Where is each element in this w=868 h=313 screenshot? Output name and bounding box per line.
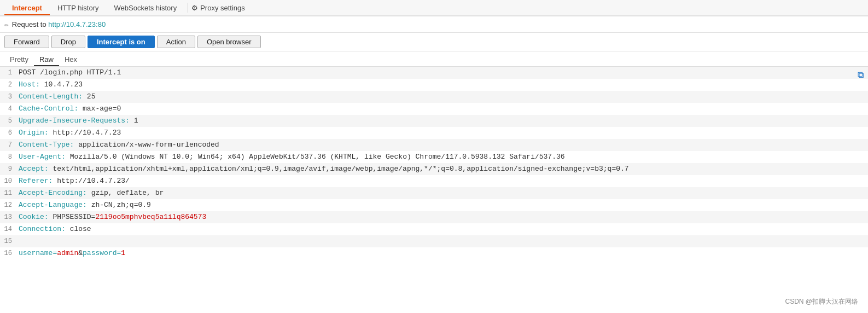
line-content[interactable]: Upgrade-Insecure-Requests: 1 — [16, 115, 868, 126]
table-row: 4Cache-Control: max-age=0 — [0, 103, 868, 115]
header-name: Cache-Control: — [19, 105, 78, 113]
header-name: Content-Length: — [19, 92, 83, 101]
table-row: 12Accept-Language: zh-CN,zh;q=0.9 — [0, 199, 868, 211]
line-content[interactable]: Referer: http://10.4.7.23/ — [16, 176, 868, 187]
line-content[interactable]: username=admin&password=1 — [16, 248, 868, 259]
table-row: 13Cookie: PHPSESSID=21l9oo5mphvbeq5a1ilq… — [0, 211, 868, 223]
tab-intercept[interactable]: Intercept — [4, 2, 50, 15]
line-number: 14 — [0, 224, 16, 235]
tab-websockets-history[interactable]: WebSockets history — [107, 2, 185, 15]
cookie-value: 21l9oo5mphvbeq5a1ilq864573 — [95, 213, 206, 221]
watermark: CSDN @扣脚大汉在网络 — [785, 297, 858, 306]
code-lines-container: 1POST /login.php HTTP/1.12Host: 10.4.7.2… — [0, 67, 868, 259]
line-content[interactable]: Host: 10.4.7.23 — [16, 79, 868, 90]
table-row: 11Accept-Encoding: gzip, deflate, br — [0, 187, 868, 199]
toolbar: Forward Drop Intercept is on Action Open… — [0, 33, 868, 51]
table-row: 10Referer: http://10.4.7.23/ — [0, 175, 868, 187]
table-row: 2Host: 10.4.7.23 — [0, 79, 868, 91]
table-row: 5Upgrade-Insecure-Requests: 1 — [0, 115, 868, 127]
line-content[interactable]: Connection: close — [16, 224, 868, 235]
table-row: 3Content-Length: 25 — [0, 91, 868, 103]
open-browser-button[interactable]: Open browser — [197, 36, 261, 48]
line-content[interactable]: Accept: text/html,application/xhtml+xml,… — [16, 164, 868, 175]
request-url: Request to http://10.4.7.23:80 — [12, 20, 106, 28]
line-number: 4 — [0, 103, 16, 114]
line-number: 10 — [0, 176, 16, 187]
line-number: 16 — [0, 248, 16, 259]
line-number: 1 — [0, 67, 16, 78]
header-name: Accept-Encoding: — [19, 189, 87, 197]
tab-http-history[interactable]: HTTP history — [50, 2, 107, 15]
intercept-button[interactable]: Intercept is on — [88, 36, 155, 48]
header-name: User-Agent: — [19, 153, 66, 161]
header-value: Mozilla/5.0 (Windows NT 10.0; Win64; x64… — [66, 153, 565, 161]
table-row: 7Content-Type: application/x-www-form-ur… — [0, 139, 868, 151]
line-number: 11 — [0, 188, 16, 199]
header-value: 25 — [83, 92, 95, 101]
header-value: application/x-www-form-urlencoded — [74, 141, 219, 149]
header-name: Upgrade-Insecure-Requests: — [19, 117, 130, 125]
line-content[interactable]: Accept-Encoding: gzip, deflate, br — [16, 188, 868, 199]
header-name: Origin: — [19, 129, 49, 137]
tab-pretty[interactable]: Pretty — [4, 54, 34, 66]
drop-button[interactable]: Drop — [51, 36, 85, 48]
tab-bar: Intercept HTTP history WebSockets histor… — [0, 0, 868, 16]
line-content[interactable]: User-Agent: Mozilla/5.0 (Windows NT 10.0… — [16, 152, 868, 163]
request-url-link[interactable]: http://10.4.7.23:80 — [48, 20, 106, 28]
header-name: Host: — [19, 80, 40, 89]
table-row: 15 — [0, 235, 868, 247]
line-number: 8 — [0, 152, 16, 163]
header-value: 1 — [130, 117, 138, 125]
request-bar: ✏ Request to http://10.4.7.23:80 — [0, 16, 868, 33]
line-number: 15 — [0, 236, 16, 247]
code-area: ⧉ 1POST /login.php HTTP/1.12Host: 10.4.7… — [0, 67, 868, 259]
gear-icon: ⚙ — [191, 4, 198, 12]
line-content[interactable]: Content-Type: application/x-www-form-url… — [16, 140, 868, 150]
table-row: 14Connection: close — [0, 223, 868, 235]
tab-hex[interactable]: Hex — [59, 54, 83, 66]
header-value: max-age=0 — [78, 105, 121, 113]
line-number: 6 — [0, 127, 16, 138]
proxy-settings-link[interactable]: ⚙ Proxy settings — [191, 4, 245, 12]
tab-raw[interactable]: Raw — [34, 54, 59, 66]
header-name: Cookie: — [19, 213, 49, 221]
header-name: Referer: — [19, 177, 53, 185]
header-value: text/html,application/xhtml+xml,applicat… — [49, 165, 629, 173]
line-number: 2 — [0, 79, 16, 90]
header-name: Content-Type: — [19, 141, 74, 149]
header-value: close — [66, 225, 91, 233]
line-content[interactable]: Content-Length: 25 — [16, 91, 868, 102]
header-value: http://10.4.7.23/ — [53, 177, 129, 185]
header-value: gzip, deflate, br — [87, 189, 164, 197]
line-number: 9 — [0, 164, 16, 175]
header-name: Accept: — [19, 165, 49, 173]
copy-icon[interactable]: ⧉ — [853, 67, 868, 84]
table-row: 9Accept: text/html,application/xhtml+xml… — [0, 163, 868, 175]
line-number: 3 — [0, 91, 16, 102]
line-number: 13 — [0, 212, 16, 223]
table-row: 8User-Agent: Mozilla/5.0 (Windows NT 10.… — [0, 151, 868, 163]
header-value: zh-CN,zh;q=0.9 — [87, 201, 151, 209]
action-button[interactable]: Action — [157, 36, 195, 48]
view-tabs: Pretty Raw Hex — [0, 51, 868, 67]
proxy-settings-label: Proxy settings — [200, 4, 245, 12]
line-number: 7 — [0, 140, 16, 150]
pencil-icon: ✏ — [4, 20, 9, 29]
line-content[interactable]: Accept-Language: zh-CN,zh;q=0.9 — [16, 200, 868, 211]
line-content[interactable]: POST /login.php HTTP/1.1 — [16, 67, 868, 78]
line-content[interactable]: Cache-Control: max-age=0 — [16, 103, 868, 114]
header-value: http://10.4.7.23 — [49, 129, 121, 137]
forward-button[interactable]: Forward — [4, 36, 49, 48]
line-content[interactable]: Cookie: PHPSESSID=21l9oo5mphvbeq5a1ilq86… — [16, 212, 868, 223]
line-number: 5 — [0, 115, 16, 126]
table-row: 16username=admin&password=1 — [0, 247, 868, 259]
tab-divider — [188, 3, 188, 13]
request-prefix: Request to — [12, 20, 46, 28]
line-content[interactable]: Origin: http://10.4.7.23 — [16, 127, 868, 138]
header-value: 10.4.7.23 — [40, 80, 83, 89]
line-number: 12 — [0, 200, 16, 211]
table-row: 6Origin: http://10.4.7.23 — [0, 127, 868, 139]
header-name: Connection: — [19, 225, 66, 233]
table-row: 1POST /login.php HTTP/1.1 — [0, 67, 868, 79]
header-name: Accept-Language: — [19, 201, 87, 209]
